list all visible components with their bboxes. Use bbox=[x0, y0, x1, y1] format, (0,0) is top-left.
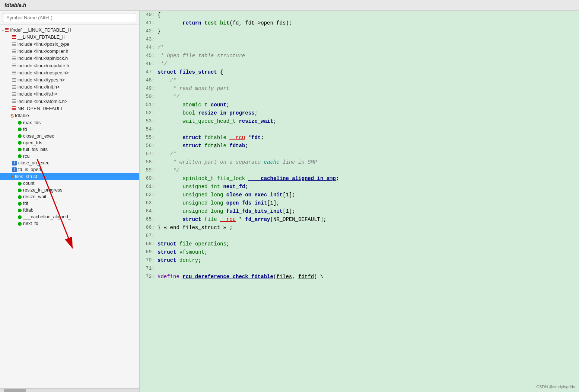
tree-item-include-init[interactable]: ☰include <linux/init.h> bbox=[0, 84, 139, 91]
tree-icon-hash: ☰ bbox=[12, 106, 18, 111]
tree-item-next-fd[interactable]: next_fd bbox=[0, 220, 139, 227]
tree-item-include-fs[interactable]: ☰include <linux/fs.h> bbox=[0, 91, 139, 98]
tree-item-ifdef-root[interactable]: − ☰ifndef __LINUX_FDTABLE_H bbox=[0, 26, 139, 33]
tree-icon-blue: f bbox=[12, 160, 18, 166]
line-content: #define rcu_dereference_check_fdtable(fi… bbox=[158, 273, 579, 281]
tree-item-rcu[interactable]: rcu bbox=[0, 153, 139, 160]
tree-item-include-compiler[interactable]: ☰include <linux/compiler.h bbox=[0, 48, 139, 55]
line-number: 57: bbox=[140, 150, 158, 158]
line-content: struct fdtable __rcu *fdt; bbox=[158, 134, 579, 142]
tree-toggle[interactable]: − bbox=[1, 28, 4, 32]
line-content: bool resize_in_progress; bbox=[158, 109, 579, 117]
code-line: 50: */ bbox=[140, 93, 579, 101]
search-box bbox=[0, 11, 139, 25]
line-content: * Open file table structure bbox=[158, 52, 579, 60]
tree-item-close-on-exec-2[interactable]: fclose_on_exec bbox=[0, 160, 139, 166]
line-content: */ bbox=[158, 166, 579, 174]
tree-label: include <linux/types.h> bbox=[18, 77, 65, 83]
code-line: 54: bbox=[140, 125, 579, 134]
code-line: 40:{ bbox=[140, 11, 579, 19]
line-number: 60: bbox=[140, 174, 158, 183]
line-number: 68: bbox=[140, 240, 158, 248]
line-content: { bbox=[158, 11, 579, 19]
line-content: struct vfsmount; bbox=[158, 248, 579, 256]
tree-icon-include: ☰ bbox=[12, 49, 18, 54]
tree-icon-include: ☰ bbox=[12, 84, 18, 90]
tree-icon-field bbox=[18, 134, 23, 139]
tree-icon-include: ☰ bbox=[12, 41, 18, 47]
line-number: 41: bbox=[140, 19, 158, 27]
line-number: 71: bbox=[140, 264, 158, 273]
tree-label: fdtab bbox=[23, 208, 34, 213]
tree-item-fd-is-open[interactable]: ffd_is_open bbox=[0, 166, 139, 173]
tree-item-include-spinlock[interactable]: ☰include <linux/spinlock.h bbox=[0, 55, 139, 62]
tree-item-max-fds[interactable]: max_fds bbox=[0, 119, 139, 126]
tree-item-include-atomic[interactable]: ☰include <linux/atomic.h> bbox=[0, 98, 139, 105]
tree-icon-field bbox=[18, 127, 23, 132]
tree-label: include <linux/rcupdate.h bbox=[18, 63, 69, 68]
tree-item-include-types[interactable]: ☰include <linux/types.h> bbox=[0, 76, 139, 83]
tree-icon-blue: f bbox=[12, 167, 18, 172]
tree-icon-field bbox=[18, 154, 23, 159]
line-content: spinlock_t file_lock ____cacheline_align… bbox=[158, 174, 579, 183]
code-line: 65: struct file __rcu * fd_array[NR_OPEN… bbox=[140, 215, 579, 224]
tree-container[interactable]: − ☰ifndef __LINUX_FDTABLE_H☰__LINUX_FDTA… bbox=[0, 25, 139, 388]
tree-icon-field bbox=[18, 147, 23, 152]
code-line: 61: unsigned int next_fd; bbox=[140, 183, 579, 191]
tree-item-include-nospec[interactable]: ☰include <linux/nospec.h> bbox=[0, 69, 139, 76]
tree-toggle[interactable]: − bbox=[7, 113, 10, 118]
tree-item-include-rcupdate[interactable]: ☰include <linux/rcupdate.h bbox=[0, 62, 139, 69]
tree-label: close_on_exec bbox=[23, 134, 54, 139]
tree-item-count[interactable]: count bbox=[0, 180, 139, 187]
horizontal-scrollbar[interactable] bbox=[0, 388, 139, 392]
line-number: 42: bbox=[140, 27, 158, 35]
line-content: } bbox=[158, 27, 579, 35]
code-line: 67: bbox=[140, 232, 579, 240]
tree-icon-field bbox=[18, 187, 23, 193]
tree-icon-include: ☰ bbox=[12, 99, 18, 104]
tree-label: max_fds bbox=[23, 120, 41, 125]
tree-icon-field bbox=[18, 214, 23, 219]
code-line: 63: unsigned long open_fds_init[1]; bbox=[140, 199, 579, 207]
tree-icon-field bbox=[18, 181, 23, 186]
line-number: 49: bbox=[140, 84, 158, 93]
line-content: */ bbox=[158, 93, 579, 101]
tree-item-linux-fdtable-h[interactable]: ☰__LINUX_FDTABLE_H bbox=[0, 33, 139, 41]
code-line: 66:} « end files_struct » ; bbox=[140, 224, 579, 232]
tree-item-resize-wait[interactable]: resize_wait bbox=[0, 193, 139, 200]
tree-item-fdt[interactable]: fdt bbox=[0, 200, 139, 207]
tree-item-close-on-exec[interactable]: close_on_exec bbox=[0, 133, 139, 139]
tree-item-full-fds-bits[interactable]: full_fds_bits bbox=[0, 146, 139, 153]
tree-item-fdtable[interactable]: − Sfdtable bbox=[0, 112, 139, 119]
tree-item-fdtab[interactable]: fdtab bbox=[0, 207, 139, 213]
tree-label: fd bbox=[23, 127, 27, 132]
line-content: atomic_t count; bbox=[158, 101, 579, 109]
line-content: * written part on a separate cache line … bbox=[158, 158, 579, 166]
line-content: * read mostly part bbox=[158, 84, 579, 93]
scroll-thumb[interactable] bbox=[4, 389, 26, 392]
code-line: 70:struct dentry; bbox=[140, 256, 579, 264]
tree-item-cacheline-aligned[interactable]: ___cacheline_aligned_ bbox=[0, 213, 139, 220]
line-content: /* bbox=[158, 150, 579, 158]
tree-toggle[interactable]: − bbox=[7, 174, 10, 179]
tree-icon-include: ☰ bbox=[12, 77, 18, 83]
code-area[interactable]: 40:{41: return test_bit(fd, fdt->open_fd… bbox=[140, 11, 579, 392]
line-number: 66: bbox=[140, 224, 158, 232]
line-number: 59: bbox=[140, 166, 158, 174]
tree-item-open-fds[interactable]: open_fds bbox=[0, 139, 139, 146]
search-input[interactable] bbox=[3, 13, 136, 22]
line-number: 54: bbox=[140, 125, 158, 134]
line-number: 44: bbox=[140, 44, 158, 52]
code-line: 41: return test_bit(fd, fdt->open_fds); bbox=[140, 19, 579, 27]
tree-item-fd[interactable]: fd bbox=[0, 126, 139, 133]
tree-label: fdt bbox=[23, 201, 28, 206]
tree-item-nr-open-default[interactable]: ☰NR_OPEN_DEFAULT bbox=[0, 105, 139, 112]
tree-item-include-posix[interactable]: ☰include <linux/posix_type bbox=[0, 41, 139, 48]
tree-icon-hash: ☰ bbox=[12, 34, 18, 40]
tree-item-files-struct[interactable]: − Sfiles_struct bbox=[0, 173, 139, 180]
tree-label: include <linux/init.h> bbox=[18, 84, 60, 90]
tree-label: count bbox=[23, 181, 35, 186]
tree-item-resize-in-progress[interactable]: resize_in_progress bbox=[0, 187, 139, 193]
code-line: 53: wait_queue_head_t resize_wait; bbox=[140, 117, 579, 125]
line-number: 70: bbox=[140, 256, 158, 264]
